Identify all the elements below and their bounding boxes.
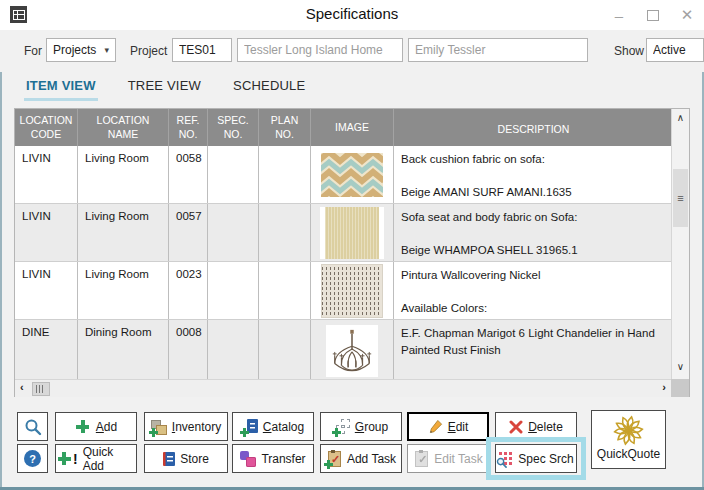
plus-icon bbox=[56, 451, 72, 467]
col-spec-no[interactable]: SPEC. NO. bbox=[208, 109, 259, 146]
close-icon[interactable]: ✕ bbox=[678, 6, 696, 24]
cell-description: Sofa seat and body fabric on Sofa: Beige… bbox=[394, 204, 673, 261]
pencil-icon bbox=[428, 419, 443, 434]
cell-description: E.F. Chapman Marigot 6 Light Chandelier … bbox=[394, 320, 673, 381]
quickquote-pinwheel-icon bbox=[612, 414, 645, 447]
scroll-down-icon[interactable]: ∨ bbox=[672, 361, 689, 372]
tab-schedule[interactable]: SCHEDULE bbox=[231, 76, 307, 101]
specifications-table: LOCATION CODE LOCATION NAME REF. NO. SPE… bbox=[14, 108, 690, 397]
help-icon: ? bbox=[24, 450, 41, 467]
cell-location-code: LIVIN bbox=[15, 262, 78, 319]
project-name-input[interactable] bbox=[237, 38, 403, 62]
transfer-button-label: Transfer bbox=[261, 452, 305, 466]
project-code-input[interactable] bbox=[172, 38, 232, 62]
edit-task-clipboard-icon: ✓ bbox=[413, 451, 429, 467]
add-task-clipboard-icon: ✓ bbox=[326, 451, 342, 467]
group-button-label: Group bbox=[355, 420, 388, 434]
cell-ref-no: 0008 bbox=[169, 320, 208, 381]
project-label: Project bbox=[130, 44, 167, 58]
cell-location-name: Living Room bbox=[78, 146, 169, 203]
store-book-icon bbox=[163, 452, 175, 466]
grip-icon: ≡ bbox=[677, 192, 683, 204]
group-button[interactable]: Group bbox=[320, 412, 402, 441]
exclamation-icon: ! bbox=[73, 451, 78, 467]
show-label: Show bbox=[614, 44, 644, 58]
col-description[interactable]: DESCRIPTION bbox=[394, 109, 673, 146]
table-row[interactable]: LIVIN Living Room 0058 Back cushion fa bbox=[15, 146, 689, 204]
quickquote-button[interactable]: QuickQuote bbox=[591, 410, 666, 469]
delete-button[interactable]: Delete bbox=[495, 412, 577, 441]
scroll-right-icon[interactable]: › bbox=[662, 381, 666, 393]
search-icon bbox=[24, 418, 42, 436]
help-button[interactable]: ? bbox=[17, 444, 48, 473]
cell-spec-no bbox=[208, 262, 259, 319]
cell-plan-no bbox=[259, 204, 311, 261]
col-image[interactable]: IMAGE bbox=[311, 109, 394, 146]
row-image-thumbnail bbox=[311, 204, 394, 261]
catalog-button[interactable]: Catalog bbox=[232, 412, 314, 441]
spec-srch-button-label: Spec Srch bbox=[518, 452, 573, 466]
add-button[interactable]: Add bbox=[55, 412, 137, 441]
scrollbar-corner bbox=[671, 379, 689, 397]
delete-button-label: Delete bbox=[528, 420, 563, 434]
horizontal-scrollbar[interactable]: ‹ › bbox=[15, 379, 672, 397]
cell-ref-no: 0058 bbox=[169, 146, 208, 203]
show-filter-input[interactable] bbox=[646, 38, 704, 62]
add-task-button[interactable]: ✓ Add Task bbox=[320, 444, 402, 473]
delete-x-icon bbox=[509, 420, 523, 434]
inventory-button-label: Inventory bbox=[172, 420, 221, 434]
col-ref-no[interactable]: REF. NO. bbox=[169, 109, 208, 146]
add-button-label: Add bbox=[96, 420, 117, 434]
quickquote-button-label: QuickQuote bbox=[597, 447, 660, 461]
edit-button[interactable]: Edit bbox=[407, 412, 489, 441]
col-location-name[interactable]: LOCATION NAME bbox=[78, 109, 169, 146]
for-label: For bbox=[24, 44, 42, 58]
scroll-left-icon[interactable]: ‹ bbox=[20, 381, 24, 393]
minimize-icon[interactable]: – bbox=[610, 6, 628, 24]
cell-plan-no bbox=[259, 320, 311, 381]
cell-ref-no: 0057 bbox=[169, 204, 208, 261]
row-image-thumbnail bbox=[311, 146, 394, 203]
group-grid-icon bbox=[334, 419, 350, 435]
cell-spec-no bbox=[208, 146, 259, 203]
edit-task-button-label: Edit Task bbox=[434, 452, 482, 466]
cell-plan-no bbox=[259, 146, 311, 203]
catalog-button-label: Catalog bbox=[263, 420, 304, 434]
specifications-window: Specifications – ✕ For Projects ▾ Projec… bbox=[0, 0, 704, 490]
edit-button-label: Edit bbox=[448, 420, 469, 434]
transfer-button[interactable]: Transfer bbox=[232, 444, 314, 473]
vertical-scroll-thumb[interactable]: ≡ bbox=[673, 169, 688, 227]
tab-item-view[interactable]: ITEM VIEW bbox=[24, 76, 98, 101]
inventory-button[interactable]: Inventory bbox=[144, 412, 228, 441]
store-button-label: Store bbox=[180, 452, 209, 466]
view-tabs: ITEM VIEW TREE VIEW SCHEDULE bbox=[24, 76, 307, 101]
table-row[interactable]: LIVIN Living Room 0023 Pintura Wallcover… bbox=[15, 262, 689, 320]
store-button[interactable]: Store bbox=[144, 444, 228, 473]
cell-plan-no bbox=[259, 262, 311, 319]
cell-description: Back cushion fabric on sofa: Beige AMANI… bbox=[394, 146, 673, 203]
scroll-up-icon[interactable]: ∧ bbox=[672, 112, 689, 123]
search-button[interactable] bbox=[17, 412, 48, 441]
vertical-scrollbar[interactable]: ∧ ≡ ∨ bbox=[671, 109, 689, 379]
horizontal-scroll-thumb[interactable] bbox=[32, 382, 50, 396]
col-location-code[interactable]: LOCATION CODE bbox=[15, 109, 78, 146]
quick-add-button[interactable]: ! Quick Add bbox=[55, 444, 137, 473]
col-plan-no[interactable]: PLAN NO. bbox=[259, 109, 311, 146]
cell-location-name: Dining Room bbox=[78, 320, 169, 381]
for-select[interactable]: Projects ▾ bbox=[46, 38, 116, 62]
maximize-icon[interactable] bbox=[644, 6, 662, 24]
tab-tree-view[interactable]: TREE VIEW bbox=[126, 76, 203, 101]
plus-icon bbox=[75, 419, 91, 435]
window-title: Specifications bbox=[0, 5, 704, 22]
edit-task-button: ✓ Edit Task bbox=[407, 444, 489, 473]
cell-location-name: Living Room bbox=[78, 262, 169, 319]
spec-search-icon bbox=[498, 451, 513, 466]
client-name-input[interactable] bbox=[408, 38, 588, 62]
table-row[interactable]: DINE Dining Room 0008 bbox=[15, 320, 689, 381]
row-image-thumbnail bbox=[311, 320, 394, 381]
spec-srch-button[interactable]: Spec Srch bbox=[495, 444, 577, 473]
chevron-down-icon: ▾ bbox=[104, 45, 109, 55]
table-row[interactable]: LIVIN Living Room 0057 Sofa seat and bod… bbox=[15, 204, 689, 262]
catalog-document-icon bbox=[242, 419, 258, 435]
header-form: For Projects ▾ Project Show bbox=[0, 30, 704, 72]
